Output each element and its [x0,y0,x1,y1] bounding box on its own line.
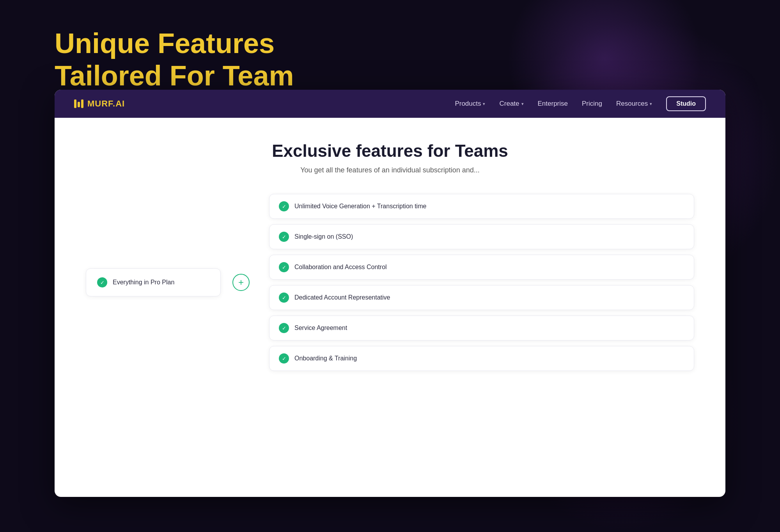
checkmark-4: ✓ [282,325,286,331]
nav-enterprise-label: Enterprise [538,100,568,108]
check-icon-4: ✓ [279,323,289,333]
feature-card-2: ✓ Collaboration and Access Control [269,255,694,280]
logo-bar-1 [74,99,76,108]
logo-bar-2 [78,102,80,107]
studio-button[interactable]: Studio [666,96,706,111]
features-layout: ✓ Everything in Pro Plan + ✓ Unlimited V… [86,194,694,371]
check-icon-pro: ✓ [97,277,107,287]
nav-products-label: Products [455,100,481,108]
nav-item-create[interactable]: Create ▾ [499,100,523,108]
check-icon-3: ✓ [279,293,289,303]
checkmark-5: ✓ [282,356,286,362]
checkmark-0: ✓ [282,204,286,209]
nav-item-resources[interactable]: Resources ▾ [616,100,652,108]
check-icon-1: ✓ [279,232,289,242]
feature-label-4: Service Agreement [294,325,347,332]
left-column: ✓ Everything in Pro Plan + [86,268,250,296]
feature-label-1: Single-sign on (SSO) [294,233,353,240]
feature-card-0: ✓ Unlimited Voice Generation + Transcrip… [269,194,694,219]
logo-text: MURF.AI [87,99,125,109]
murf-logo-icon [74,99,83,108]
feature-label-2: Collaboration and Access Control [294,264,387,271]
checkmark-symbol: ✓ [100,280,105,286]
feature-card-1: ✓ Single-sign on (SSO) [269,224,694,249]
feature-card-5: ✓ Onboarding & Training [269,346,694,371]
feature-label-0: Unlimited Voice Generation + Transcripti… [294,203,426,210]
logo-murf: MURF [87,99,113,108]
logo-ai: .AI [113,99,125,108]
checkmark-2: ✓ [282,264,286,270]
section-title: Exclusive features for Teams [86,141,694,161]
right-column: ✓ Unlimited Voice Generation + Transcrip… [269,194,694,371]
browser-window: MURF.AI Products ▾ Create ▾ Enterprise P… [55,90,725,497]
checkmark-1: ✓ [282,234,286,240]
nav-items: Products ▾ Create ▾ Enterprise Pricing R… [455,96,706,111]
feature-card-4: ✓ Service Agreement [269,316,694,340]
plus-icon: + [232,274,250,291]
section-subtitle: You get all the features of an individua… [86,166,694,174]
check-icon-5: ✓ [279,353,289,364]
chevron-down-icon: ▾ [650,101,652,106]
feature-card-3: ✓ Dedicated Account Representative [269,285,694,310]
logo-bar-3 [81,99,83,108]
nav-pricing-label: Pricing [582,100,602,108]
check-icon-0: ✓ [279,201,289,211]
navbar: MURF.AI Products ▾ Create ▾ Enterprise P… [55,90,725,118]
chevron-down-icon: ▾ [521,101,524,106]
pro-plan-card: ✓ Everything in Pro Plan [86,268,221,296]
feature-label-3: Dedicated Account Representative [294,294,390,301]
pro-plan-label: Everything in Pro Plan [113,279,174,286]
nav-item-pricing[interactable]: Pricing [582,100,602,108]
content-area: Exclusive features for Teams You get all… [55,118,725,390]
nav-item-enterprise[interactable]: Enterprise [538,100,568,108]
check-icon-2: ✓ [279,262,289,272]
checkmark-3: ✓ [282,295,286,301]
nav-item-products[interactable]: Products ▾ [455,100,485,108]
chevron-down-icon: ▾ [483,101,485,106]
plus-symbol: + [238,277,244,288]
nav-create-label: Create [499,100,519,108]
nav-resources-label: Resources [616,100,648,108]
logo-area[interactable]: MURF.AI [74,99,125,109]
feature-label-5: Onboarding & Training [294,355,357,362]
